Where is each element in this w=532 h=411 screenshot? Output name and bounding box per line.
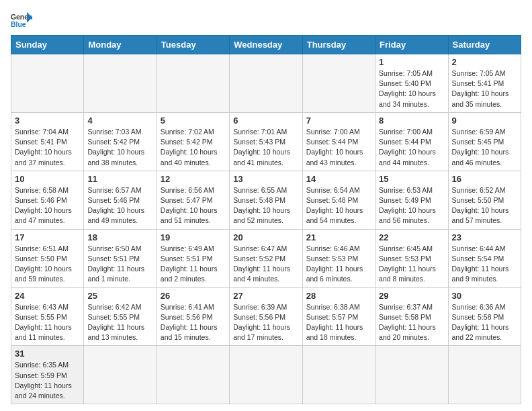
day-number: 29 [379, 291, 444, 301]
day-number: 19 [161, 232, 226, 242]
day-number: 28 [306, 291, 371, 301]
day-number: 31 [15, 349, 80, 359]
day-info: Sunrise: 6:44 AM Sunset: 5:54 PM Dayligh… [452, 244, 517, 285]
weekday-header-row: SundayMondayTuesdayWednesdayThursdayFrid… [11, 36, 521, 54]
calendar-cell: 18Sunrise: 6:50 AM Sunset: 5:51 PM Dayli… [84, 229, 157, 287]
calendar-table: SundayMondayTuesdayWednesdayThursdayFrid… [11, 35, 521, 404]
weekday-header-saturday: Saturday [448, 36, 521, 54]
calendar-cell: 1Sunrise: 7:05 AM Sunset: 5:40 PM Daylig… [375, 54, 448, 113]
svg-text:Blue: Blue [11, 21, 26, 28]
calendar-cell: 5Sunrise: 7:02 AM Sunset: 5:42 PM Daylig… [157, 112, 229, 171]
day-info: Sunrise: 7:05 AM Sunset: 5:41 PM Dayligh… [452, 68, 517, 109]
day-info: Sunrise: 6:54 AM Sunset: 5:48 PM Dayligh… [306, 185, 371, 226]
week-row-4: 17Sunrise: 6:51 AM Sunset: 5:50 PM Dayli… [11, 229, 521, 287]
calendar-cell [157, 346, 229, 404]
calendar-cell: 10Sunrise: 6:58 AM Sunset: 5:46 PM Dayli… [11, 171, 84, 229]
calendar-cell: 26Sunrise: 6:41 AM Sunset: 5:56 PM Dayli… [157, 287, 229, 346]
day-info: Sunrise: 7:02 AM Sunset: 5:42 PM Dayligh… [161, 127, 226, 168]
week-row-6: 31Sunrise: 6:35 AM Sunset: 5:59 PM Dayli… [11, 346, 521, 404]
day-number: 17 [15, 232, 80, 242]
day-info: Sunrise: 6:41 AM Sunset: 5:56 PM Dayligh… [161, 302, 226, 343]
logo: General Blue [11, 11, 32, 30]
day-number: 23 [452, 232, 517, 242]
day-info: Sunrise: 6:49 AM Sunset: 5:51 PM Dayligh… [161, 244, 226, 285]
weekday-header-wednesday: Wednesday [230, 36, 302, 54]
calendar-cell: 29Sunrise: 6:37 AM Sunset: 5:58 PM Dayli… [375, 287, 448, 346]
day-number: 1 [379, 57, 444, 67]
day-info: Sunrise: 7:00 AM Sunset: 5:44 PM Dayligh… [379, 127, 444, 168]
day-info: Sunrise: 7:04 AM Sunset: 5:41 PM Dayligh… [15, 127, 80, 168]
weekday-header-monday: Monday [84, 36, 157, 54]
calendar-cell: 13Sunrise: 6:55 AM Sunset: 5:48 PM Dayli… [230, 171, 302, 229]
day-info: Sunrise: 6:38 AM Sunset: 5:57 PM Dayligh… [306, 302, 371, 343]
calendar-cell: 15Sunrise: 6:53 AM Sunset: 5:49 PM Dayli… [375, 171, 448, 229]
weekday-header-friday: Friday [375, 36, 448, 54]
calendar-cell [84, 54, 157, 113]
day-info: Sunrise: 6:47 AM Sunset: 5:52 PM Dayligh… [233, 244, 298, 285]
day-number: 5 [161, 116, 226, 126]
calendar-cell: 31Sunrise: 6:35 AM Sunset: 5:59 PM Dayli… [11, 346, 84, 404]
day-number: 9 [452, 116, 517, 126]
calendar-cell: 27Sunrise: 6:39 AM Sunset: 5:56 PM Dayli… [230, 287, 302, 346]
day-info: Sunrise: 6:51 AM Sunset: 5:50 PM Dayligh… [15, 244, 80, 285]
day-number: 10 [15, 174, 80, 184]
calendar-cell: 28Sunrise: 6:38 AM Sunset: 5:57 PM Dayli… [302, 287, 375, 346]
day-number: 25 [87, 291, 152, 301]
calendar-cell [448, 346, 521, 404]
day-info: Sunrise: 6:37 AM Sunset: 5:58 PM Dayligh… [379, 302, 444, 343]
calendar-cell [230, 346, 302, 404]
day-number: 14 [306, 174, 371, 184]
calendar-cell: 2Sunrise: 7:05 AM Sunset: 5:41 PM Daylig… [448, 54, 521, 113]
day-info: Sunrise: 6:52 AM Sunset: 5:50 PM Dayligh… [452, 185, 517, 226]
week-row-2: 3Sunrise: 7:04 AM Sunset: 5:41 PM Daylig… [11, 112, 521, 171]
weekday-header-thursday: Thursday [302, 36, 375, 54]
calendar-cell: 21Sunrise: 6:46 AM Sunset: 5:53 PM Dayli… [302, 229, 375, 287]
calendar-cell: 8Sunrise: 7:00 AM Sunset: 5:44 PM Daylig… [375, 112, 448, 171]
day-number: 6 [233, 116, 298, 126]
day-number: 22 [379, 232, 444, 242]
day-number: 18 [87, 232, 152, 242]
day-info: Sunrise: 6:58 AM Sunset: 5:46 PM Dayligh… [15, 185, 80, 226]
day-info: Sunrise: 7:00 AM Sunset: 5:44 PM Dayligh… [306, 127, 371, 168]
day-number: 16 [452, 174, 517, 184]
calendar-cell: 7Sunrise: 7:00 AM Sunset: 5:44 PM Daylig… [302, 112, 375, 171]
calendar-cell: 23Sunrise: 6:44 AM Sunset: 5:54 PM Dayli… [448, 229, 521, 287]
day-number: 7 [306, 116, 371, 126]
calendar-cell: 30Sunrise: 6:36 AM Sunset: 5:58 PM Dayli… [448, 287, 521, 346]
day-info: Sunrise: 6:56 AM Sunset: 5:47 PM Dayligh… [161, 185, 226, 226]
day-info: Sunrise: 6:43 AM Sunset: 5:55 PM Dayligh… [15, 302, 80, 343]
calendar-cell: 20Sunrise: 6:47 AM Sunset: 5:52 PM Dayli… [230, 229, 302, 287]
day-number: 20 [233, 232, 298, 242]
day-info: Sunrise: 6:46 AM Sunset: 5:53 PM Dayligh… [306, 244, 371, 285]
day-number: 11 [87, 174, 152, 184]
day-number: 21 [306, 232, 371, 242]
day-info: Sunrise: 6:53 AM Sunset: 5:49 PM Dayligh… [379, 185, 444, 226]
weekday-header-tuesday: Tuesday [157, 36, 229, 54]
calendar-cell: 25Sunrise: 6:42 AM Sunset: 5:55 PM Dayli… [84, 287, 157, 346]
calendar-cell: 22Sunrise: 6:45 AM Sunset: 5:53 PM Dayli… [375, 229, 448, 287]
calendar-cell [11, 54, 84, 113]
calendar-cell: 3Sunrise: 7:04 AM Sunset: 5:41 PM Daylig… [11, 112, 84, 171]
day-info: Sunrise: 6:50 AM Sunset: 5:51 PM Dayligh… [87, 244, 152, 285]
logo-icon: General Blue [11, 11, 32, 30]
day-number: 4 [87, 116, 152, 126]
weekday-header-sunday: Sunday [11, 36, 84, 54]
day-number: 2 [452, 57, 517, 67]
week-row-3: 10Sunrise: 6:58 AM Sunset: 5:46 PM Dayli… [11, 171, 521, 229]
day-number: 27 [233, 291, 298, 301]
day-number: 12 [161, 174, 226, 184]
day-info: Sunrise: 7:03 AM Sunset: 5:42 PM Dayligh… [87, 127, 152, 168]
day-info: Sunrise: 6:39 AM Sunset: 5:56 PM Dayligh… [233, 302, 298, 343]
calendar-cell: 17Sunrise: 6:51 AM Sunset: 5:50 PM Dayli… [11, 229, 84, 287]
calendar-cell: 12Sunrise: 6:56 AM Sunset: 5:47 PM Dayli… [157, 171, 229, 229]
day-number: 8 [379, 116, 444, 126]
week-row-1: 1Sunrise: 7:05 AM Sunset: 5:40 PM Daylig… [11, 54, 521, 113]
page-header: General Blue [11, 11, 521, 30]
day-info: Sunrise: 7:05 AM Sunset: 5:40 PM Dayligh… [379, 68, 444, 109]
day-info: Sunrise: 6:59 AM Sunset: 5:45 PM Dayligh… [452, 127, 517, 168]
calendar-cell [230, 54, 302, 113]
calendar-cell [157, 54, 229, 113]
day-number: 26 [161, 291, 226, 301]
calendar-cell [302, 54, 375, 113]
day-info: Sunrise: 6:45 AM Sunset: 5:53 PM Dayligh… [379, 244, 444, 285]
